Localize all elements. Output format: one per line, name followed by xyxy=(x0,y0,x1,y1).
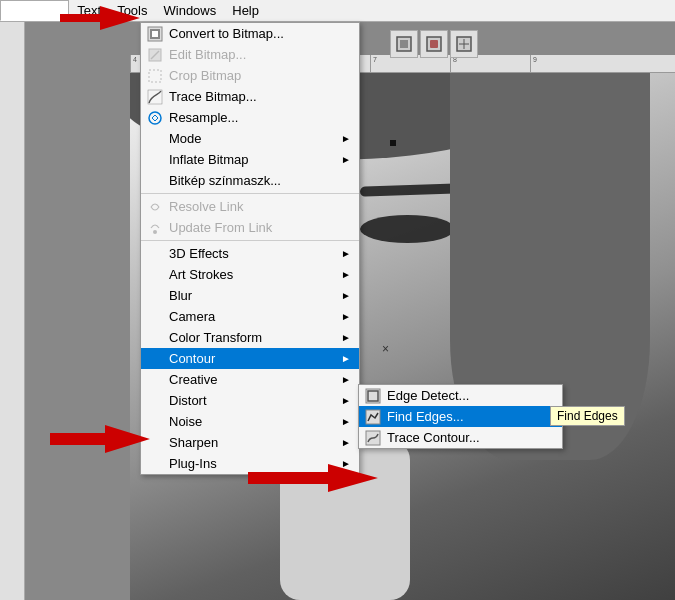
mode-arrow: ► xyxy=(341,133,351,144)
menu-resample[interactable]: Resample... xyxy=(141,107,359,128)
menu-edit-bitmap: Edit Bitmap... xyxy=(141,44,359,65)
svg-marker-7 xyxy=(60,6,140,30)
menu-mode[interactable]: Mode ► xyxy=(141,128,359,149)
menu-noise[interactable]: Noise ► xyxy=(141,411,359,432)
convert-bitmap-icon xyxy=(145,26,165,42)
svg-marker-9 xyxy=(248,464,378,492)
menu-blur[interactable]: Blur ► xyxy=(141,285,359,306)
svg-rect-3 xyxy=(430,40,438,48)
svg-marker-8 xyxy=(50,425,150,453)
menu-bitkep[interactable]: Bitkép színmaszk... xyxy=(141,170,359,191)
menu-creative[interactable]: Creative ► xyxy=(141,369,359,390)
inflate-arrow: ► xyxy=(341,154,351,165)
bitmaps-dropdown: Convert to Bitmap... Edit Bitmap... Crop… xyxy=(140,22,360,475)
menu-crop-bitmap: Crop Bitmap xyxy=(141,65,359,86)
menu-find-edges[interactable]: Find Edges... Find Edges xyxy=(359,406,562,427)
svg-point-17 xyxy=(149,112,161,124)
sharpen-arrow: ► xyxy=(341,437,351,448)
menu-windows[interactable]: Windows xyxy=(156,1,225,20)
contour-submenu: Edge Detect... Find Edges... Find Edges … xyxy=(358,384,563,449)
menu-help[interactable]: Help xyxy=(224,1,267,20)
svg-rect-12 xyxy=(152,31,158,37)
menu-3d-effects[interactable]: 3D Effects ► xyxy=(141,243,359,264)
separator-1 xyxy=(141,193,359,194)
creative-arrow: ► xyxy=(341,374,351,385)
svg-point-18 xyxy=(153,230,157,234)
resample-icon xyxy=(145,110,165,126)
distort-arrow: ► xyxy=(341,395,351,406)
canvas-toolbar xyxy=(390,30,478,58)
canvas-btn-2[interactable] xyxy=(420,30,448,58)
find-edges-icon xyxy=(363,409,383,425)
update-link-icon xyxy=(145,220,165,236)
menu-update-link: Update From Link xyxy=(141,217,359,238)
arrow-indicator-1 xyxy=(60,4,140,35)
resolve-link-icon xyxy=(145,199,165,215)
3d-effects-arrow: ► xyxy=(341,248,351,259)
canvas-handle xyxy=(390,140,396,146)
trace-contour-icon xyxy=(363,430,383,446)
menu-edge-detect[interactable]: Edge Detect... xyxy=(359,385,562,406)
contour-arrow: ► xyxy=(341,353,351,364)
svg-rect-1 xyxy=(400,40,408,48)
arrow-indicator-2 xyxy=(50,423,150,458)
edit-bitmap-icon xyxy=(145,47,165,63)
noise-arrow: ► xyxy=(341,416,351,427)
menu-resolve-link: Resolve Link xyxy=(141,196,359,217)
menu-trace-contour[interactable]: Trace Contour... xyxy=(359,427,562,448)
menu-sharpen[interactable]: Sharpen ► xyxy=(141,432,359,453)
separator-2 xyxy=(141,240,359,241)
arrow-indicator-3 xyxy=(248,462,378,497)
menu-contour[interactable]: Contour ► xyxy=(141,348,359,369)
crop-bitmap-icon xyxy=(145,68,165,84)
menu-convert-bitmap[interactable]: Convert to Bitmap... xyxy=(141,23,359,44)
menu-trace-bitmap[interactable]: Trace Bitmap... xyxy=(141,86,359,107)
canvas-btn-1[interactable] xyxy=(390,30,418,58)
canvas-btn-3[interactable] xyxy=(450,30,478,58)
color-transform-arrow: ► xyxy=(341,332,351,343)
menu-art-strokes[interactable]: Art Strokes ► xyxy=(141,264,359,285)
menu-distort[interactable]: Distort ► xyxy=(141,390,359,411)
menu-bitmaps[interactable]: Bitmaps xyxy=(0,0,69,21)
svg-rect-15 xyxy=(149,70,161,82)
menu-camera[interactable]: Camera ► xyxy=(141,306,359,327)
trace-bitmap-icon xyxy=(145,89,165,105)
crosshair-marker: × xyxy=(382,342,389,356)
blur-arrow: ► xyxy=(341,290,351,301)
menu-inflate-bitmap[interactable]: Inflate Bitmap ► xyxy=(141,149,359,170)
camera-arrow: ► xyxy=(341,311,351,322)
menu-color-transform[interactable]: Color Transform ► xyxy=(141,327,359,348)
art-strokes-arrow: ► xyxy=(341,269,351,280)
toolbar-left xyxy=(0,22,25,600)
find-edges-tooltip: Find Edges xyxy=(550,406,625,426)
edge-detect-icon xyxy=(363,388,383,404)
